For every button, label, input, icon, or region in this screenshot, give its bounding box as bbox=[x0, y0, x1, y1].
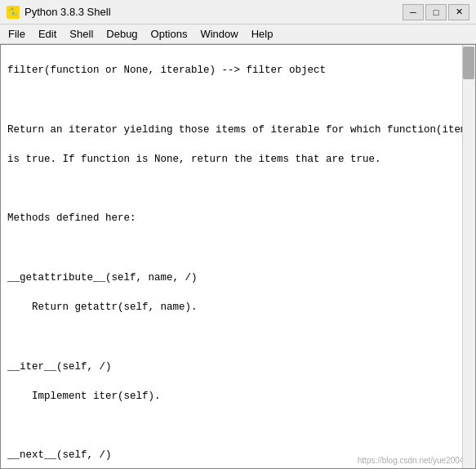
close-button[interactable]: ✕ bbox=[448, 4, 469, 20]
menu-help[interactable]: Help bbox=[247, 26, 278, 42]
shell-line: Return an iterator yielding those items … bbox=[7, 123, 469, 137]
menu-bar: File Edit Shell Debug Options Window Hel… bbox=[0, 25, 476, 44]
shell-output: filter(function or None, iterable) --> f… bbox=[7, 48, 469, 469]
shell-line bbox=[7, 418, 469, 433]
window-controls[interactable]: ─ □ ✕ bbox=[403, 4, 469, 20]
shell-line: Return getattr(self, name). bbox=[7, 300, 469, 315]
menu-debug[interactable]: Debug bbox=[101, 26, 142, 42]
title-bar: 🐍 Python 3.8.3 Shell ─ □ ✕ bbox=[0, 0, 476, 25]
shell-line: filter(function or None, iterable) --> f… bbox=[7, 63, 469, 78]
shell-window[interactable]: filter(function or None, iterable) --> f… bbox=[0, 44, 476, 469]
shell-line bbox=[7, 92, 469, 107]
shell-line bbox=[7, 181, 469, 196]
shell-line bbox=[7, 241, 469, 256]
watermark: https://blog.csdn.net/yue20040 bbox=[358, 456, 469, 465]
minimize-button[interactable]: ─ bbox=[403, 4, 424, 20]
shell-line bbox=[7, 329, 469, 344]
shell-line: Methods defined here: bbox=[7, 211, 469, 226]
shell-line: __iter__(self, /) bbox=[7, 360, 469, 374]
window-title: Python 3.8.3 Shell bbox=[24, 6, 111, 18]
menu-window[interactable]: Window bbox=[195, 26, 242, 42]
scrollbar[interactable] bbox=[462, 45, 475, 468]
app-icon: 🐍 bbox=[7, 6, 20, 19]
shell-line: Implement iter(self). bbox=[7, 389, 469, 404]
shell-line: is true. If function is None, return the… bbox=[7, 152, 469, 167]
menu-shell[interactable]: Shell bbox=[65, 26, 98, 42]
menu-file[interactable]: File bbox=[3, 26, 30, 42]
maximize-button[interactable]: □ bbox=[425, 4, 447, 20]
shell-line: __getattribute__(self, name, /) bbox=[7, 270, 469, 285]
menu-edit[interactable]: Edit bbox=[33, 26, 61, 42]
menu-options[interactable]: Options bbox=[146, 26, 193, 42]
title-bar-left: 🐍 Python 3.8.3 Shell bbox=[7, 6, 111, 19]
